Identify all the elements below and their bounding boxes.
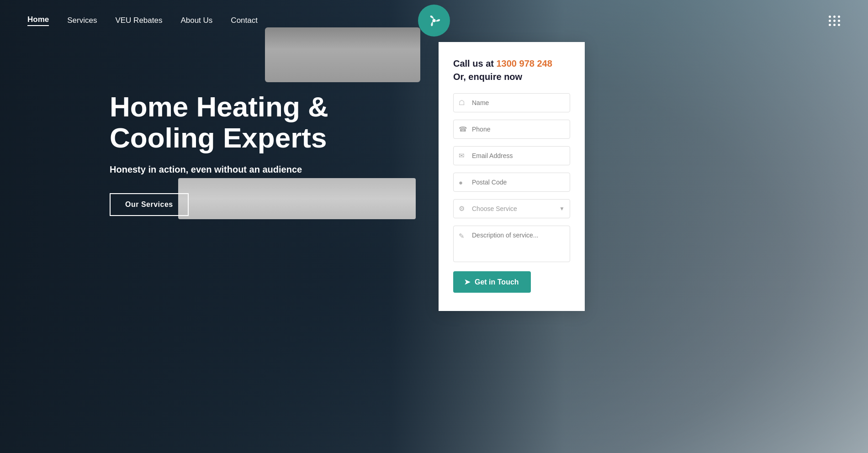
- email-icon: ✉: [459, 152, 465, 160]
- svg-point-0: [433, 19, 436, 22]
- grid-menu-icon[interactable]: [829, 16, 841, 26]
- email-field-wrapper: ✉: [453, 146, 570, 165]
- service-field-wrapper: ⚙ Choose Service Air Conditioning Instal…: [453, 199, 570, 218]
- enquiry-call-line: Call us at 1300 978 248: [453, 58, 570, 69]
- service-icon: ⚙: [459, 205, 465, 213]
- navbar: Home Services VEU Rebates About Us Conta…: [0, 0, 868, 41]
- postal-input[interactable]: [453, 173, 570, 192]
- nav-links: Home Services VEU Rebates About Us Conta…: [27, 15, 258, 26]
- pencil-icon: ✎: [459, 232, 465, 240]
- site-logo[interactable]: [418, 5, 450, 37]
- submit-button[interactable]: ➤ Get in Touch: [453, 271, 531, 293]
- send-icon: ➤: [464, 278, 470, 286]
- enquiry-subtitle: Or, enquire now: [453, 72, 570, 82]
- service-select[interactable]: Choose Service Air Conditioning Installa…: [453, 199, 570, 218]
- hero-section: Home Services VEU Rebates About Us Conta…: [0, 0, 868, 453]
- location-icon: ●: [459, 179, 463, 186]
- hero-content: Home Heating & Cooling Experts Honesty i…: [110, 91, 365, 216]
- postal-field-wrapper: ●: [453, 173, 570, 192]
- call-prefix: Call us at: [453, 58, 496, 68]
- nav-link-home[interactable]: Home: [27, 15, 49, 26]
- hero-title: Home Heating & Cooling Experts: [110, 91, 365, 153]
- hero-image: [0, 0, 868, 453]
- person-icon: ☖: [459, 99, 465, 107]
- phone-input[interactable]: [453, 120, 570, 139]
- description-input[interactable]: [453, 226, 570, 262]
- phone-field-wrapper: ☎: [453, 120, 570, 139]
- enquiry-panel: Call us at 1300 978 248 Or, enquire now …: [439, 42, 585, 311]
- hero-subtitle: Honesty in action, even without an audie…: [110, 164, 365, 175]
- nav-link-contact[interactable]: Contact: [231, 16, 258, 25]
- nav-link-about[interactable]: About Us: [180, 16, 212, 25]
- description-field-wrapper: ✎: [453, 226, 570, 264]
- name-input[interactable]: [453, 93, 570, 112]
- nav-link-services[interactable]: Services: [67, 16, 97, 25]
- phone-number[interactable]: 1300 978 248: [496, 58, 552, 68]
- submit-label: Get in Touch: [475, 278, 519, 286]
- our-services-button[interactable]: Our Services: [110, 193, 189, 216]
- fan-icon: [426, 12, 442, 29]
- email-input[interactable]: [453, 146, 570, 165]
- phone-icon: ☎: [459, 125, 467, 133]
- name-field-wrapper: ☖: [453, 93, 570, 112]
- nav-link-veu[interactable]: VEU Rebates: [115, 16, 162, 25]
